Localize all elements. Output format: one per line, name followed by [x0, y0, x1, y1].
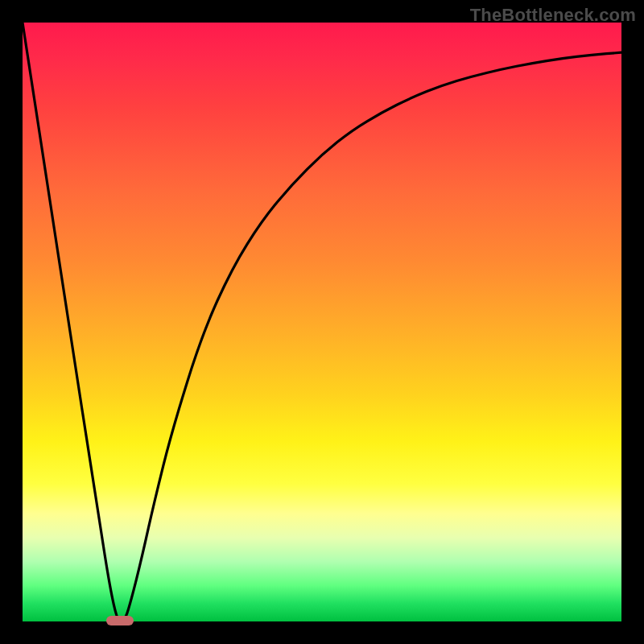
optimum-marker [106, 616, 134, 626]
chart-frame: TheBottleneck.com [0, 0, 644, 644]
plot-area [23, 23, 621, 621]
curve-path [23, 23, 621, 621]
watermark-text: TheBottleneck.com [470, 5, 636, 26]
bottleneck-curve [23, 23, 621, 621]
